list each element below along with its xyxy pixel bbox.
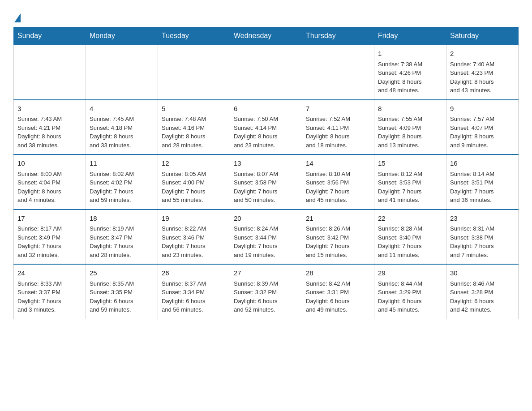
day-info: Sunrise: 7:50 AM Sunset: 4:14 PM Dayligh… (234, 115, 298, 150)
calendar-cell: 20Sunrise: 8:24 AM Sunset: 3:44 PM Dayli… (230, 210, 302, 265)
day-number: 1 (378, 49, 442, 59)
day-info: Sunrise: 8:31 AM Sunset: 3:38 PM Dayligh… (450, 224, 515, 259)
day-number: 19 (162, 214, 226, 224)
day-number: 3 (17, 104, 82, 114)
day-info: Sunrise: 7:55 AM Sunset: 4:09 PM Dayligh… (378, 115, 442, 150)
header-wednesday: Wednesday (230, 27, 302, 45)
day-info: Sunrise: 8:00 AM Sunset: 4:04 PM Dayligh… (17, 170, 82, 205)
calendar-cell (86, 45, 158, 100)
day-info: Sunrise: 7:48 AM Sunset: 4:16 PM Dayligh… (162, 115, 226, 150)
calendar-cell: 16Sunrise: 8:14 AM Sunset: 3:51 PM Dayli… (446, 154, 519, 210)
day-info: Sunrise: 8:28 AM Sunset: 3:40 PM Dayligh… (378, 224, 442, 259)
calendar-cell: 26Sunrise: 8:37 AM Sunset: 3:34 PM Dayli… (158, 264, 230, 319)
calendar-cell: 25Sunrise: 8:35 AM Sunset: 3:35 PM Dayli… (86, 264, 158, 319)
calendar-cell: 23Sunrise: 8:31 AM Sunset: 3:38 PM Dayli… (446, 210, 519, 265)
day-info: Sunrise: 8:02 AM Sunset: 4:02 PM Dayligh… (90, 170, 154, 205)
header-thursday: Thursday (302, 27, 374, 45)
day-info: Sunrise: 7:45 AM Sunset: 4:18 PM Dayligh… (90, 115, 154, 150)
day-number: 26 (162, 268, 226, 278)
calendar-cell: 12Sunrise: 8:05 AM Sunset: 4:00 PM Dayli… (158, 154, 230, 210)
day-info: Sunrise: 8:33 AM Sunset: 3:37 PM Dayligh… (17, 279, 82, 314)
day-number: 27 (234, 268, 298, 278)
calendar-cell (302, 45, 374, 100)
logo-triangle-icon (14, 13, 21, 22)
day-info: Sunrise: 7:38 AM Sunset: 4:26 PM Dayligh… (378, 60, 442, 95)
day-info: Sunrise: 8:35 AM Sunset: 3:35 PM Dayligh… (90, 279, 154, 314)
day-number: 30 (450, 268, 515, 278)
day-number: 22 (378, 214, 442, 224)
day-number: 9 (450, 104, 515, 114)
day-info: Sunrise: 8:12 AM Sunset: 3:53 PM Dayligh… (378, 170, 442, 205)
calendar-cell (230, 45, 302, 100)
calendar-cell: 27Sunrise: 8:39 AM Sunset: 3:32 PM Dayli… (230, 264, 302, 319)
calendar-cell: 29Sunrise: 8:44 AM Sunset: 3:29 PM Dayli… (374, 264, 446, 319)
calendar-cell (158, 45, 230, 100)
calendar-cell: 30Sunrise: 8:46 AM Sunset: 3:28 PM Dayli… (446, 264, 519, 319)
day-info: Sunrise: 8:46 AM Sunset: 3:28 PM Dayligh… (450, 279, 515, 314)
header-tuesday: Tuesday (158, 27, 230, 45)
day-number: 4 (90, 104, 154, 114)
day-info: Sunrise: 8:44 AM Sunset: 3:29 PM Dayligh… (378, 279, 442, 314)
calendar-table: SundayMondayTuesdayWednesdayThursdayFrid… (13, 27, 519, 319)
day-number: 20 (234, 214, 298, 224)
calendar-cell: 24Sunrise: 8:33 AM Sunset: 3:37 PM Dayli… (14, 264, 86, 319)
day-number: 23 (450, 214, 515, 224)
day-number: 18 (90, 214, 154, 224)
calendar-week-row: 1Sunrise: 7:38 AM Sunset: 4:26 PM Daylig… (14, 45, 519, 100)
day-number: 5 (162, 104, 226, 114)
calendar-week-row: 10Sunrise: 8:00 AM Sunset: 4:04 PM Dayli… (14, 154, 519, 210)
logo (13, 9, 21, 22)
day-number: 2 (450, 49, 515, 59)
day-number: 16 (450, 158, 515, 169)
page-header (13, 9, 519, 22)
calendar-cell: 19Sunrise: 8:22 AM Sunset: 3:46 PM Dayli… (158, 210, 230, 265)
day-number: 17 (17, 214, 82, 224)
day-info: Sunrise: 7:43 AM Sunset: 4:21 PM Dayligh… (17, 115, 82, 150)
day-number: 29 (378, 268, 442, 278)
day-info: Sunrise: 8:24 AM Sunset: 3:44 PM Dayligh… (234, 224, 298, 259)
day-info: Sunrise: 8:14 AM Sunset: 3:51 PM Dayligh… (450, 170, 515, 205)
calendar-cell (14, 45, 86, 100)
calendar-cell: 8Sunrise: 7:55 AM Sunset: 4:09 PM Daylig… (374, 100, 446, 155)
calendar-cell: 1Sunrise: 7:38 AM Sunset: 4:26 PM Daylig… (374, 45, 446, 100)
calendar-cell: 4Sunrise: 7:45 AM Sunset: 4:18 PM Daylig… (86, 100, 158, 155)
header-sunday: Sunday (14, 27, 86, 45)
day-number: 8 (378, 104, 442, 114)
calendar-cell: 3Sunrise: 7:43 AM Sunset: 4:21 PM Daylig… (14, 100, 86, 155)
calendar-cell: 10Sunrise: 8:00 AM Sunset: 4:04 PM Dayli… (14, 154, 86, 210)
calendar-cell: 14Sunrise: 8:10 AM Sunset: 3:56 PM Dayli… (302, 154, 374, 210)
calendar-cell: 7Sunrise: 7:52 AM Sunset: 4:11 PM Daylig… (302, 100, 374, 155)
day-number: 10 (17, 158, 82, 169)
day-info: Sunrise: 7:40 AM Sunset: 4:23 PM Dayligh… (450, 60, 515, 95)
logo-blue-part (13, 13, 21, 23)
calendar-cell: 15Sunrise: 8:12 AM Sunset: 3:53 PM Dayli… (374, 154, 446, 210)
calendar-cell: 11Sunrise: 8:02 AM Sunset: 4:02 PM Dayli… (86, 154, 158, 210)
calendar-cell: 21Sunrise: 8:26 AM Sunset: 3:42 PM Dayli… (302, 210, 374, 265)
day-info: Sunrise: 7:57 AM Sunset: 4:07 PM Dayligh… (450, 115, 515, 150)
day-info: Sunrise: 8:19 AM Sunset: 3:47 PM Dayligh… (90, 224, 154, 259)
day-number: 12 (162, 158, 226, 169)
day-number: 15 (378, 158, 442, 169)
day-info: Sunrise: 8:39 AM Sunset: 3:32 PM Dayligh… (234, 279, 298, 314)
day-info: Sunrise: 8:42 AM Sunset: 3:31 PM Dayligh… (306, 279, 370, 314)
day-info: Sunrise: 8:37 AM Sunset: 3:34 PM Dayligh… (162, 279, 226, 314)
day-info: Sunrise: 7:52 AM Sunset: 4:11 PM Dayligh… (306, 115, 370, 150)
calendar-week-row: 17Sunrise: 8:17 AM Sunset: 3:49 PM Dayli… (14, 210, 519, 265)
day-number: 14 (306, 158, 370, 169)
day-info: Sunrise: 8:17 AM Sunset: 3:49 PM Dayligh… (17, 224, 82, 259)
day-number: 13 (234, 158, 298, 169)
day-info: Sunrise: 8:05 AM Sunset: 4:00 PM Dayligh… (162, 170, 226, 205)
calendar-week-row: 3Sunrise: 7:43 AM Sunset: 4:21 PM Daylig… (14, 100, 519, 155)
calendar-cell: 2Sunrise: 7:40 AM Sunset: 4:23 PM Daylig… (446, 45, 519, 100)
calendar-cell: 22Sunrise: 8:28 AM Sunset: 3:40 PM Dayli… (374, 210, 446, 265)
header-friday: Friday (374, 27, 446, 45)
header-monday: Monday (86, 27, 158, 45)
day-number: 11 (90, 158, 154, 169)
calendar-cell: 6Sunrise: 7:50 AM Sunset: 4:14 PM Daylig… (230, 100, 302, 155)
calendar-cell: 28Sunrise: 8:42 AM Sunset: 3:31 PM Dayli… (302, 264, 374, 319)
calendar-cell: 18Sunrise: 8:19 AM Sunset: 3:47 PM Dayli… (86, 210, 158, 265)
calendar-week-row: 24Sunrise: 8:33 AM Sunset: 3:37 PM Dayli… (14, 264, 519, 319)
day-info: Sunrise: 8:22 AM Sunset: 3:46 PM Dayligh… (162, 224, 226, 259)
calendar-header-row: SundayMondayTuesdayWednesdayThursdayFrid… (14, 27, 519, 45)
day-number: 24 (17, 268, 82, 278)
